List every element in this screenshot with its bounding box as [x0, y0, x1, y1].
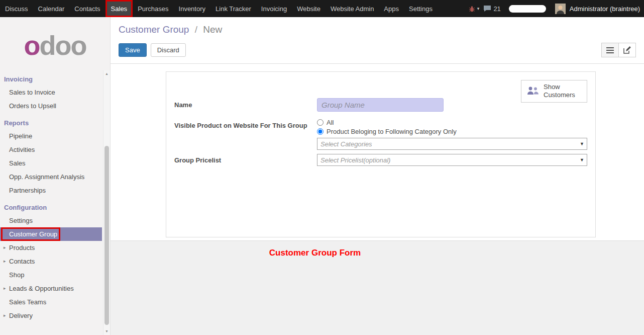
topbar-item-calendar[interactable]: Calendar	[33, 0, 70, 17]
user-avatar[interactable]	[555, 4, 566, 14]
footer-area: Customer Group Form	[111, 241, 644, 335]
expand-arrow-icon: ▸	[4, 313, 6, 318]
sidebar-item-sales-teams[interactable]: Sales Teams	[0, 295, 110, 309]
expand-arrow-icon: ▸	[4, 245, 6, 250]
discard-button[interactable]: Discard	[151, 43, 186, 57]
sidebar-item-opp-assignment-analysis[interactable]: Opp. Assignment Analysis	[0, 170, 110, 184]
edit-form-icon	[623, 46, 631, 54]
top-navbar: Discuss Calendar Contacts Sales Purchase…	[0, 0, 644, 17]
radio-category-only-input[interactable]	[317, 128, 324, 135]
messages-count: 21	[493, 5, 500, 13]
breadcrumb-separator: /	[195, 24, 197, 35]
group-name-input[interactable]	[317, 98, 444, 112]
list-icon	[606, 47, 614, 53]
sidebar-item-sales[interactable]: Sales	[0, 156, 110, 170]
pricelist-field-row: Group Pricelist Select Pricelist(optiona…	[166, 154, 595, 166]
topbar-item-purchases[interactable]: Purchases	[133, 0, 173, 17]
topbar-item-apps[interactable]: Apps	[379, 0, 404, 17]
dropdown-caret-icon: ▼	[580, 141, 584, 146]
caret-down-icon[interactable]: ▾	[477, 6, 480, 11]
breadcrumb-parent-link[interactable]: Customer Group	[119, 24, 189, 35]
form-view-button[interactable]	[618, 43, 636, 57]
topbar-pill-widget	[509, 5, 546, 13]
show-customers-label: Show Customers	[544, 83, 582, 100]
visible-product-value: All Product Beloging to Following Catego…	[317, 119, 587, 150]
control-panel: Customer Group / New Save Discard	[111, 17, 644, 64]
scroll-up-arrow-icon[interactable]: ▲	[103, 71, 110, 76]
breadcrumb: Customer Group / New	[119, 24, 636, 35]
categories-select[interactable]: Select Categories ▼	[317, 138, 587, 150]
topbar-item-invoicing[interactable]: Invoicing	[256, 0, 292, 17]
pricelist-select-placeholder: Select Pricelist(optional)	[320, 156, 390, 164]
logo-rest: doo	[40, 30, 86, 60]
topbar-right: ▾ 21 Administrator (braintree)	[469, 0, 644, 17]
dropdown-caret-icon: ▼	[580, 157, 584, 162]
odoo-logo[interactable]: odoo	[0, 29, 110, 62]
name-field-label: Name	[174, 98, 317, 112]
expand-arrow-icon: ▸	[4, 286, 6, 291]
sidebar-item-pipeline[interactable]: Pipeline	[0, 129, 110, 143]
radio-all-input[interactable]	[317, 119, 324, 126]
section-title-configuration: Configuration	[0, 197, 110, 214]
messages-icon[interactable]	[483, 5, 491, 12]
visible-product-field-row: Visible Product on Website For This Grou…	[166, 119, 595, 150]
radio-option-category-only[interactable]: Product Beloging to Following Category O…	[317, 128, 587, 135]
breadcrumb-current: New	[203, 24, 222, 35]
sidebar-item-label: Products	[9, 244, 35, 252]
topbar-item-contacts[interactable]: Contacts	[69, 0, 105, 17]
sidebar-item-shop[interactable]: Shop	[0, 268, 110, 282]
sidebar-item-label: Contacts	[9, 258, 35, 265]
debug-bug-icon[interactable]	[469, 6, 475, 12]
logo-first-letter: o	[24, 30, 40, 60]
sidebar-item-label: Customer Group	[9, 230, 57, 238]
sidebar-item-settings[interactable]: Settings	[0, 214, 110, 227]
sidebar-menu: Invoicing Sales to Invoice Orders to Ups…	[0, 69, 110, 322]
form-sheet: Show Customers Name Visible Product on W…	[166, 71, 596, 237]
pricelist-select[interactable]: Select Pricelist(optional) ▼	[317, 154, 587, 166]
section-title-reports: Reports	[0, 113, 110, 129]
user-menu[interactable]: Administrator (braintree)	[570, 5, 640, 13]
save-button[interactable]: Save	[119, 43, 147, 57]
topbar-item-discuss[interactable]: Discuss	[0, 0, 33, 17]
topbar-item-link-tracker[interactable]: Link Tracker	[210, 0, 256, 17]
topbar-item-sales[interactable]: Sales	[105, 0, 133, 17]
main-area: Customer Group / New Save Discard	[111, 17, 644, 335]
categories-select-placeholder: Select Categories	[320, 140, 372, 148]
sidebar-item-delivery[interactable]: ▸ Delivery	[0, 309, 110, 322]
customers-group-icon	[526, 86, 540, 96]
list-view-button[interactable]	[601, 43, 619, 57]
visible-product-label: Visible Product on Website For This Grou…	[174, 119, 317, 150]
sidebar-item-customer-group[interactable]: Customer Group	[0, 227, 102, 241]
topbar-item-inventory[interactable]: Inventory	[174, 0, 210, 17]
control-panel-buttons: Save Discard	[119, 43, 636, 57]
scroll-down-arrow-icon[interactable]: ▼	[103, 329, 110, 334]
sidebar-item-activities[interactable]: Activities	[0, 143, 110, 156]
sidebar-scrollbar[interactable]: ▲ ▼	[103, 70, 110, 335]
pricelist-field-label: Group Pricelist	[174, 154, 317, 166]
sidebar-item-label: Leads & Opportunities	[9, 285, 74, 292]
section-title-invoicing: Invoicing	[0, 69, 110, 86]
topbar-item-website[interactable]: Website	[292, 0, 326, 17]
pricelist-field-value: Select Pricelist(optional) ▼	[317, 154, 587, 166]
show-customers-button[interactable]: Show Customers	[521, 80, 587, 103]
sidebar-item-orders-to-upsell[interactable]: Orders to Upsell	[0, 99, 110, 113]
app-body: odoo Invoicing Sales to Invoice Orders t…	[0, 17, 644, 335]
radio-all-label: All	[327, 119, 334, 126]
form-view-container: Show Customers Name Visible Product on W…	[111, 64, 644, 241]
view-switcher	[601, 43, 636, 57]
radio-option-all[interactable]: All	[317, 119, 587, 126]
topbar-item-settings[interactable]: Settings	[404, 0, 438, 17]
sidebar-item-leads-opportunities[interactable]: ▸ Leads & Opportunities	[0, 282, 110, 295]
sidebar-item-sales-to-invoice[interactable]: Sales to Invoice	[0, 86, 110, 99]
top-menu: Discuss Calendar Contacts Sales Purchase…	[0, 0, 438, 17]
expand-arrow-icon: ▸	[4, 259, 6, 264]
annotation-caption: Customer Group Form	[48, 248, 582, 258]
sidebar: odoo Invoicing Sales to Invoice Orders t…	[0, 17, 111, 335]
sidebar-item-label: Delivery	[9, 312, 33, 319]
topbar-item-website-admin[interactable]: Website Admin	[326, 0, 379, 17]
scrollbar-thumb[interactable]	[104, 146, 109, 325]
sidebar-item-partnerships[interactable]: Partnerships	[0, 184, 110, 197]
radio-category-only-label: Product Beloging to Following Category O…	[327, 128, 457, 135]
